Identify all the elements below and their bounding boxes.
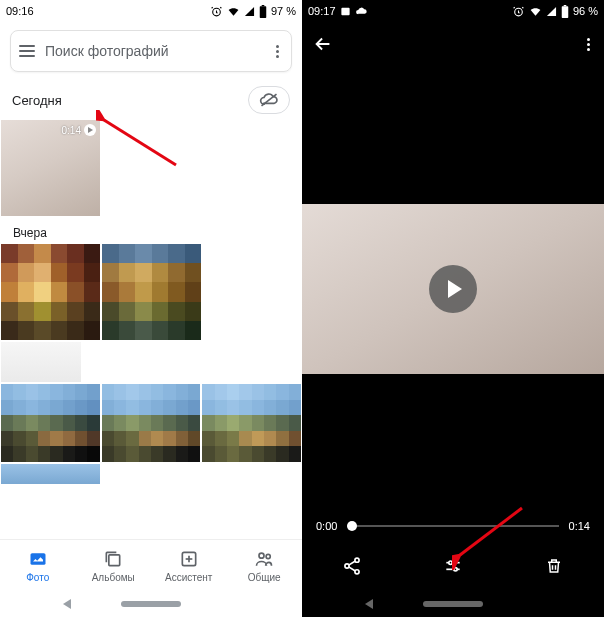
- scrubber-handle[interactable]: [347, 521, 357, 531]
- svg-rect-4: [30, 553, 45, 565]
- nav-sharing[interactable]: Общие: [227, 540, 303, 591]
- signal-icon: [244, 6, 255, 17]
- section-yesterday-title: Вчера: [1, 218, 301, 244]
- bottom-nav: Фото Альбомы Ассистент Общие: [0, 539, 302, 591]
- delete-button[interactable]: [534, 556, 574, 576]
- status-time: 09:16: [6, 5, 34, 17]
- svg-line-11: [104, 120, 176, 165]
- scrubber-end-time: 0:14: [569, 520, 590, 532]
- backup-off-button[interactable]: [248, 86, 290, 114]
- annotation-arrow: [96, 110, 186, 180]
- alarm-icon: [512, 5, 525, 18]
- video-frame: [302, 204, 604, 374]
- status-bar: 09:17 96 %: [302, 0, 604, 22]
- signal-icon: [546, 6, 557, 17]
- battery-icon: [561, 5, 569, 18]
- nav-albums[interactable]: Альбомы: [76, 540, 152, 591]
- share-button[interactable]: [332, 556, 372, 576]
- video-thumbnail[interactable]: 0:14: [1, 120, 100, 216]
- system-home-pill[interactable]: [423, 601, 483, 607]
- system-home-pill[interactable]: [121, 601, 181, 607]
- back-button[interactable]: [312, 33, 334, 55]
- system-nav-bar: [302, 591, 604, 617]
- nav-photos[interactable]: Фото: [0, 540, 76, 591]
- albums-icon: [102, 548, 124, 570]
- status-time: 09:17: [308, 5, 336, 17]
- system-back-button[interactable]: [63, 599, 71, 609]
- wifi-icon: [227, 5, 240, 18]
- svg-rect-5: [109, 555, 120, 566]
- photo-thumbnail[interactable]: [102, 244, 201, 340]
- photo-thumbnail[interactable]: [102, 384, 201, 462]
- battery-text: 97 %: [271, 5, 296, 17]
- svg-rect-12: [341, 7, 349, 14]
- system-back-button[interactable]: [365, 599, 373, 609]
- google-photos-gallery: 09:16 97 % Поиск фотографий Сегодня: [0, 0, 302, 617]
- image-icon: [340, 6, 351, 17]
- search-placeholder: Поиск фотографий: [45, 43, 262, 59]
- battery-text: 96 %: [573, 5, 598, 17]
- video-player-screen: 09:17 96 %: [302, 0, 604, 617]
- svg-rect-2: [262, 5, 265, 6]
- alarm-icon: [210, 5, 223, 18]
- play-icon: [84, 124, 96, 136]
- photo-thumbnail[interactable]: [1, 384, 100, 462]
- svg-point-9: [259, 553, 264, 558]
- menu-icon[interactable]: [19, 45, 35, 57]
- svg-rect-14: [562, 6, 569, 18]
- section-today-title: Сегодня: [12, 93, 62, 108]
- player-top-bar: [302, 22, 604, 66]
- overflow-menu-icon[interactable]: [272, 41, 283, 62]
- wifi-icon: [529, 5, 542, 18]
- photo-thumbnail[interactable]: [1, 464, 100, 484]
- assistant-icon: [178, 548, 200, 570]
- search-bar[interactable]: Поиск фотографий: [10, 30, 292, 72]
- nav-assistant[interactable]: Ассистент: [151, 540, 227, 591]
- annotation-arrow: [452, 500, 532, 570]
- photo-thumbnail[interactable]: [202, 384, 301, 462]
- video-duration-badge: 0:14: [62, 124, 96, 136]
- system-nav-bar: [0, 591, 302, 617]
- svg-line-23: [460, 508, 522, 555]
- photo-thumbnail[interactable]: [1, 342, 81, 382]
- photo-thumbnail[interactable]: [1, 244, 100, 340]
- overflow-menu-icon[interactable]: [583, 34, 594, 55]
- status-bar: 09:16 97 %: [0, 0, 302, 22]
- cloud-icon: [355, 6, 368, 17]
- svg-rect-1: [260, 6, 267, 18]
- sharing-icon: [253, 548, 275, 570]
- svg-point-10: [266, 554, 270, 558]
- play-button[interactable]: [429, 265, 477, 313]
- svg-rect-15: [564, 5, 567, 6]
- scrubber-start-time: 0:00: [316, 520, 337, 532]
- photos-icon: [27, 548, 49, 570]
- video-area[interactable]: [302, 66, 604, 511]
- battery-icon: [259, 5, 267, 18]
